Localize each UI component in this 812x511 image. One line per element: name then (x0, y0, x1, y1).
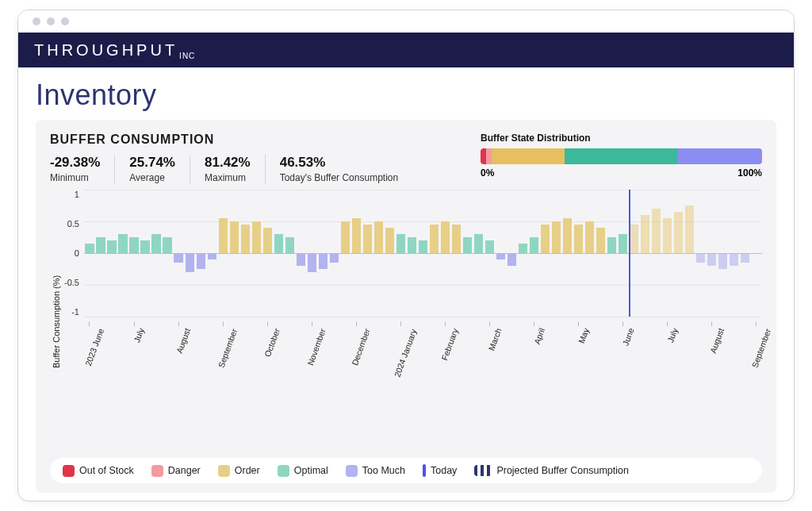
x-tick (596, 317, 607, 374)
stats-row: -29.38% Minimum25.74% Average81.42% Maxi… (50, 155, 412, 183)
bar-col (162, 190, 173, 317)
x-tick (162, 317, 173, 374)
bar-order (374, 221, 383, 253)
legend-label: Projected Buffer Consumption (496, 465, 629, 476)
bar-col (106, 190, 117, 317)
bar-too_much (308, 253, 316, 272)
page-content: Inventory BUFFER CONSUMPTION -29.38% Min… (18, 67, 794, 501)
distribution-title: Buffer State Distribution (481, 133, 762, 144)
bar-col (384, 190, 395, 317)
bar-col (462, 190, 473, 317)
bar-col (328, 190, 339, 317)
bar-optimal (274, 234, 283, 253)
app-header: THROUGHPUTINC (18, 33, 794, 67)
bar-col (507, 190, 518, 317)
bar-too_much (496, 253, 505, 259)
distribution-segment-order (492, 148, 565, 164)
bar-col (540, 190, 551, 317)
bar-optimal (129, 237, 138, 253)
y-tick: -1 (64, 307, 79, 317)
x-tick (629, 317, 640, 374)
bar-order (452, 225, 461, 253)
bar-col (729, 190, 740, 317)
plot-wrap: 2023 JuneJulyAugustSeptemberOctoberNovem… (84, 190, 762, 453)
bar-col (350, 190, 362, 317)
legend-swatch (423, 464, 426, 477)
window-dot[interactable] (33, 17, 40, 25)
stat-value: 81.42% (205, 155, 251, 171)
bar-col (373, 190, 384, 317)
window-controls (18, 10, 794, 33)
x-tick: August (707, 317, 718, 374)
x-tick (373, 317, 384, 374)
bar-optimal (140, 240, 149, 253)
x-tick (317, 317, 328, 374)
bar-col (707, 190, 718, 317)
window-dot[interactable] (61, 17, 69, 25)
stat-value: 25.74% (129, 155, 175, 171)
bar-col (573, 190, 584, 317)
legend-label: Out of Stock (79, 465, 134, 476)
bar-col (607, 190, 618, 317)
bar-too_much (696, 253, 705, 263)
bar-col (195, 190, 206, 317)
bar-too_much (319, 253, 327, 269)
bar-order (585, 221, 594, 253)
bar-order (541, 225, 550, 253)
bar-order (263, 228, 272, 253)
stat-item: 81.42% Maximum (190, 155, 266, 183)
bar-too_much (186, 253, 194, 272)
window-dot[interactable] (47, 17, 55, 25)
legend-item-too_much: Too Much (346, 465, 405, 477)
bar-col (306, 190, 317, 317)
bar-order (230, 221, 239, 253)
distribution-bar (481, 148, 762, 164)
legend-item-projected: Projected Buffer Consumption (474, 465, 629, 476)
bar-col (439, 190, 450, 317)
buffer-panel: BUFFER CONSUMPTION -29.38% Minimum25.74%… (36, 120, 776, 493)
chart-zone: Buffer Consumption (%) 10.50-0.5-1 2023 … (50, 190, 762, 453)
bar-col (529, 190, 540, 317)
bar-order (252, 221, 261, 253)
stat-item: -29.38% Minimum (50, 155, 115, 183)
bar-col (562, 190, 573, 317)
bar-col (284, 190, 295, 317)
bar-order (441, 221, 450, 253)
x-tick (140, 317, 151, 374)
bar-col (618, 190, 629, 317)
legend-label: Order (235, 465, 260, 476)
bar-optimal (96, 237, 105, 253)
stat-label: Average (129, 172, 175, 183)
y-tick: 0 (64, 248, 79, 258)
bar-col (584, 190, 596, 317)
legend-label: Optimal (294, 465, 328, 476)
bar-too_much (707, 253, 716, 266)
distribution-block: Buffer State Distribution 0% 100% (481, 133, 762, 179)
legend-swatch (151, 465, 163, 477)
legend-swatch (218, 465, 230, 477)
bar-optimal (151, 234, 160, 253)
chart-legend: Out of StockDangerOrderOptimalToo MuchTo… (50, 458, 762, 483)
stat-label: Maximum (205, 172, 251, 183)
bar-optimal (485, 240, 494, 253)
bar-col (228, 190, 239, 317)
bar-col (417, 190, 428, 317)
x-tick (339, 317, 350, 374)
legend-label: Danger (168, 465, 201, 476)
y-tick: -0.5 (64, 278, 79, 287)
x-tick (151, 317, 162, 374)
bar-col (518, 190, 529, 317)
stat-item: 46.53% Today's Buffer Consumption (266, 155, 412, 183)
legend-label: Today (431, 465, 457, 476)
distribution-segment-danger (486, 148, 492, 164)
distribution-segment-too_much (677, 148, 762, 164)
x-tick (106, 317, 117, 374)
y-axis-label: Buffer Consumption (%) (50, 190, 63, 453)
bar-col (84, 190, 95, 317)
bar-too_much (297, 253, 305, 266)
x-tick (473, 317, 485, 374)
bar-col (140, 190, 151, 317)
bar-col (95, 190, 106, 317)
x-tick (117, 317, 128, 374)
legend-label: Too Much (362, 465, 405, 476)
